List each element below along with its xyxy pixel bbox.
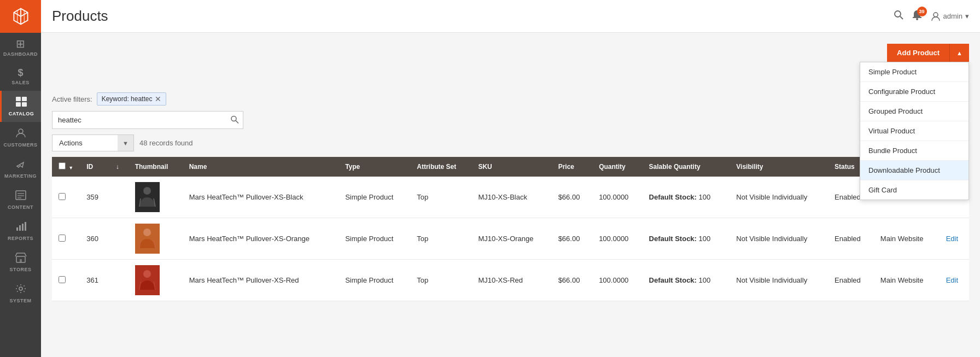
stores-icon [15,252,27,265]
remove-filter-button[interactable]: ✕ [155,95,161,103]
row-salable-quantity: Default Stock: 100 [643,177,730,218]
row-edit-link[interactable]: Edit [946,235,958,243]
product-type-virtual[interactable]: Virtual Product [860,121,969,141]
col-visibility-label: Visibility [736,163,763,171]
search-submit-button[interactable] [230,115,239,125]
sidebar-item-dashboard[interactable]: ⊞ DASHBOARD [0,33,41,62]
row-salable-label: Default Stock: [649,193,697,201]
row-sku: MJ10-XS-Black [471,177,551,218]
actions-select-wrap: Actions ▼ [52,134,134,151]
row-checkbox-cell [52,260,80,301]
sidebar-item-stores[interactable]: STORES [0,247,41,278]
add-product-group: Add Product ▲ Simple Product Configurabl… [887,44,969,62]
sidebar-item-label: CONTENT [8,204,33,210]
product-type-bundle[interactable]: Bundle Product [860,141,969,161]
active-filters: Active filters: Keyword: heattec ✕ [52,92,969,106]
products-table: ▼ ID ↓ Thumbnail Name Type [52,157,969,301]
sidebar-item-customers[interactable]: CUSTOMERS [0,122,41,153]
row-visibility: Not Visible Individually [730,218,828,260]
svg-rect-32 [135,265,160,295]
row-visibility: Not Visible Individually [730,260,828,301]
row-quantity: 100.0000 [592,218,642,260]
row-thumbnail [129,260,183,301]
svg-rect-2 [16,102,21,107]
page-title: Products [52,8,108,25]
svg-point-33 [143,270,151,278]
svg-point-18 [916,18,918,20]
select-all-checkbox[interactable] [59,162,66,169]
notification-button[interactable]: 39 [912,9,923,23]
sidebar-item-marketing[interactable]: MARKETING [0,153,41,184]
sidebar-item-label: STORES [10,267,32,272]
search-row [52,111,969,129]
sales-icon: $ [18,68,23,78]
product-type-gift[interactable]: Gift Card [860,180,969,200]
row-visibility: Not Visible Individually [730,177,828,218]
sidebar-item-label: CUSTOMERS [4,142,38,148]
col-sku: SKU [471,157,551,177]
row-attribute-set: Top [410,218,471,260]
svg-point-29 [143,229,151,236]
header-search-button[interactable] [894,10,903,22]
col-name-label: Name [189,163,207,171]
arrow-up-icon: ▲ [956,50,962,56]
row-salable-value: 100 [699,193,711,201]
svg-rect-28 [135,224,160,254]
col-type-label: Type [345,163,360,171]
row-checkbox[interactable] [59,235,66,242]
product-type-grouped[interactable]: Grouped Product [860,102,969,121]
svg-point-22 [231,116,236,121]
sidebar-item-sales[interactable]: $ SALES [0,62,41,91]
product-type-configurable[interactable]: Configurable Product [860,82,969,102]
add-product-dropdown-button[interactable]: ▲ [950,44,969,62]
row-type: Simple Product [339,260,410,301]
row-thumbnail [129,218,183,260]
sidebar-item-label: CATALOG [9,111,34,116]
row-checkbox[interactable] [59,193,66,200]
row-thumbnail [129,177,183,218]
search-input-wrap [52,111,243,129]
sort-icon: ↓ [116,163,119,171]
col-salable-qty-label: Salable Quantity [649,163,701,171]
col-attribute-set-label: Attribute Set [417,163,456,171]
row-attribute-set: Top [410,177,471,218]
row-action: Edit [940,260,969,301]
sidebar-item-content[interactable]: CONTENT [0,184,41,215]
row-salable-label: Default Stock: [649,276,697,284]
svg-rect-0 [16,97,21,101]
search-input[interactable] [52,111,243,129]
col-price: Price [552,157,593,177]
marketing-icon [15,159,27,171]
svg-rect-12 [25,222,26,231]
product-type-downloadable[interactable]: Downloadable Product [860,161,969,180]
add-product-button[interactable]: Add Product [887,44,950,62]
actions-select[interactable]: Actions [52,134,134,151]
user-chevron-icon: ▾ [965,12,969,20]
product-type-simple[interactable]: Simple Product [860,62,969,82]
row-name: Mars HeatTech™ Pullover-XS-Black [183,177,339,218]
svg-rect-9 [16,227,18,231]
sidebar-item-system[interactable]: SYSTEM [0,278,41,309]
row-edit-link[interactable]: Edit [946,276,958,284]
sidebar-item-catalog[interactable]: CATALOG [0,91,41,122]
sidebar-item-reports[interactable]: REPORTS [0,215,41,247]
svg-rect-1 [22,97,27,101]
row-salable-quantity: Default Stock: 100 [643,260,730,301]
row-checkbox[interactable] [59,276,66,283]
top-actions: 39 admin ▾ [894,9,969,23]
row-quantity: 100.0000 [592,177,642,218]
col-sort: ↓ [109,157,129,177]
row-price: $66.00 [552,260,593,301]
row-attribute-set: Top [410,260,471,301]
customers-icon [15,127,27,140]
svg-point-19 [934,13,938,17]
product-type-dropdown: Simple Product Configurable Product Grou… [860,62,969,200]
sidebar-item-label: REPORTS [8,236,33,241]
row-status: Enabled [828,260,874,301]
row-sort [109,177,129,218]
row-checkbox-cell [52,218,80,260]
user-menu-button[interactable]: admin ▾ [931,11,969,21]
svg-point-16 [895,11,901,17]
col-visibility: Visibility [730,157,828,177]
svg-point-4 [19,129,23,133]
